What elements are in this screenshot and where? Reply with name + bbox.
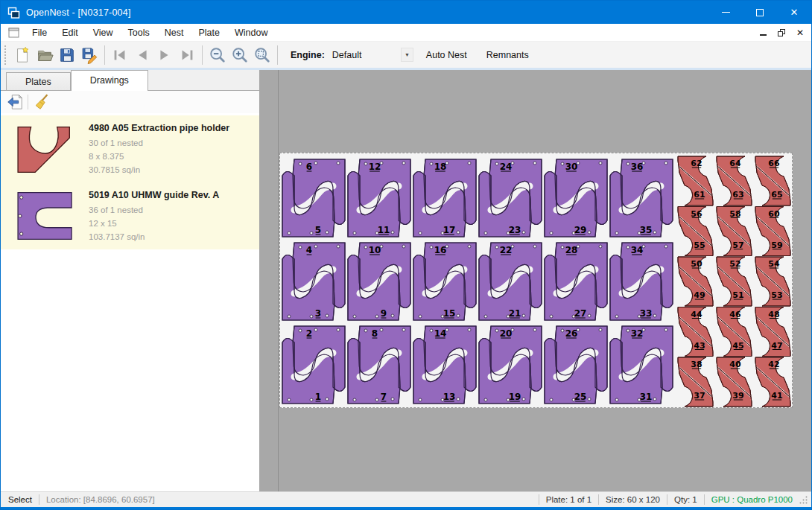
nested-part-pair-purple[interactable]: 1615 <box>413 243 476 320</box>
close-button[interactable]: ✕ <box>777 1 811 24</box>
maximize-icon <box>756 9 764 16</box>
svg-text:55: 55 <box>694 240 705 250</box>
nested-part-pair-red[interactable]: 5655 <box>678 207 713 256</box>
nested-part-pair-purple[interactable]: 65 <box>282 159 345 237</box>
plate-svg: 6512111817242330293635431091615222128273… <box>279 153 793 408</box>
nested-part-pair-red[interactable]: 6261 <box>678 156 713 205</box>
resize-grip[interactable] <box>799 495 808 505</box>
menu-window[interactable]: Window <box>227 25 275 40</box>
nested-part-pair-red[interactable]: 5251 <box>717 257 752 306</box>
red-part-thumbnail <box>13 123 78 176</box>
svg-text:36: 36 <box>631 162 644 172</box>
go-next-button[interactable] <box>153 44 176 66</box>
nested-part-pair-purple[interactable]: 43 <box>282 243 345 320</box>
svg-text:44: 44 <box>691 310 702 319</box>
nested-part-pair-red[interactable]: 6059 <box>755 207 790 256</box>
clean-button[interactable] <box>31 92 51 112</box>
mdi-restore-button[interactable] <box>778 29 785 36</box>
nested-part-pair-purple[interactable]: 87 <box>348 326 410 404</box>
svg-text:32: 32 <box>631 328 644 339</box>
nested-part-pair-purple[interactable]: 1211 <box>348 159 410 237</box>
nested-part-pair-red[interactable]: 6665 <box>755 156 790 205</box>
svg-text:43: 43 <box>694 341 705 351</box>
drawing-size: 8 x 8.375 <box>89 150 253 163</box>
nested-part-pair-purple[interactable]: 2625 <box>545 326 607 404</box>
nest-canvas[interactable]: 6512111817242330293635431091615222128273… <box>259 70 811 491</box>
save-button[interactable] <box>56 44 78 66</box>
zoom-out-button[interactable] <box>206 44 229 66</box>
tab-drawings[interactable]: Drawings <box>71 70 148 91</box>
status-plate: Plate: 1 of 1 <box>546 495 591 504</box>
engine-dropdown-arrow[interactable]: ▼ <box>401 48 413 62</box>
menu-plate[interactable]: Plate <box>191 25 227 40</box>
go-last-button[interactable] <box>176 44 198 66</box>
tab-plates[interactable]: Plates <box>6 72 71 90</box>
maximize-button[interactable] <box>743 1 777 24</box>
auto-nest-button[interactable]: Auto Nest <box>419 45 474 65</box>
nested-part-pair-purple[interactable]: 2827 <box>545 243 607 320</box>
nested-part-pair-red[interactable]: 4039 <box>717 357 752 407</box>
menu-edit[interactable]: Edit <box>54 25 86 40</box>
nested-part-pair-purple[interactable]: 3433 <box>610 243 673 320</box>
nested-part-pair-red[interactable]: 6463 <box>717 156 752 205</box>
svg-text:59: 59 <box>771 240 782 250</box>
drawing-item[interactable]: 5019 A10 UHMW guide Rev. A36 of 1 nested… <box>1 182 259 249</box>
nested-part-pair-red[interactable]: 4443 <box>678 307 713 357</box>
menu-file[interactable]: File <box>25 25 54 40</box>
go-first-icon <box>111 46 129 64</box>
remnants-button[interactable]: Remnants <box>480 45 536 65</box>
nested-part-pair-purple[interactable]: 3635 <box>610 159 673 237</box>
save-as-icon <box>80 46 98 64</box>
svg-text:1: 1 <box>315 392 321 402</box>
zoom-extents-button[interactable] <box>251 44 273 66</box>
zoom-out-icon <box>209 46 226 64</box>
svg-text:7: 7 <box>381 392 387 402</box>
minimize-button[interactable] <box>708 1 743 24</box>
menu-view[interactable]: View <box>86 25 121 40</box>
mdi-minimize-button[interactable] <box>760 34 767 36</box>
menu-items: FileEditViewToolsNestPlateWindow <box>25 25 275 40</box>
new-button[interactable] <box>11 44 34 66</box>
drawing-item[interactable]: 4980 A05 Extraction pipe holder30 of 1 n… <box>1 115 259 182</box>
nested-part-pair-purple[interactable]: 3231 <box>610 326 673 404</box>
nested-part-pair-red[interactable]: 5049 <box>678 257 713 306</box>
status-bar: Select Location: [84.8696, 60.6957] Plat… <box>1 491 811 507</box>
save-as-button[interactable] <box>78 44 101 66</box>
svg-text:46: 46 <box>729 310 741 319</box>
nested-part-pair-purple[interactable]: 21 <box>282 326 345 404</box>
nested-part-pair-purple[interactable]: 3029 <box>545 159 607 237</box>
clean-icon <box>33 93 51 111</box>
status-gpu: GPU : Quadro P1000 <box>711 495 793 504</box>
menu-tools[interactable]: Tools <box>121 25 157 40</box>
svg-text:51: 51 <box>732 290 743 300</box>
drawing-area: 103.7137 sq/in <box>89 230 253 243</box>
nested-part-pair-red[interactable]: 4645 <box>717 307 752 357</box>
toolbar-separator <box>277 45 278 65</box>
nested-part-pair-red[interactable]: 4847 <box>755 307 790 357</box>
svg-text:62: 62 <box>691 159 702 168</box>
nested-part-pair-purple[interactable]: 2019 <box>479 326 542 404</box>
nested-part-pair-purple[interactable]: 1413 <box>413 326 476 404</box>
nested-part-pair-red[interactable]: 5453 <box>755 257 790 306</box>
mdi-document-icon[interactable] <box>8 28 20 38</box>
import-drawing-button[interactable] <box>4 92 25 112</box>
go-first-button[interactable] <box>109 44 131 66</box>
go-previous-button[interactable] <box>131 44 153 66</box>
open-button[interactable] <box>34 44 56 66</box>
mdi-close-button[interactable]: ✕ <box>796 28 804 37</box>
nested-part-pair-purple[interactable]: 2221 <box>479 243 542 320</box>
toolbar-buttons <box>11 44 282 66</box>
plate[interactable]: 6512111817242330293635431091615222128273… <box>279 153 793 408</box>
zoom-in-button[interactable] <box>229 44 251 66</box>
title-bar: OpenNest - [N0317-004] ✕ <box>1 1 811 24</box>
menu-bar: FileEditViewToolsNestPlateWindow ✕ <box>1 24 811 42</box>
nested-part-pair-purple[interactable]: 2423 <box>479 159 542 237</box>
nested-part-pair-red[interactable]: 3837 <box>678 357 713 407</box>
menu-nest[interactable]: Nest <box>157 25 191 40</box>
engine-combobox[interactable]: Default <box>332 50 401 60</box>
nested-part-pair-red[interactable]: 5857 <box>717 207 752 256</box>
nested-part-pair-red[interactable]: 4241 <box>755 357 790 407</box>
nested-part-pair-purple[interactable]: 1817 <box>413 159 476 237</box>
drawing-title: 5019 A10 UHMW guide Rev. A <box>89 190 253 200</box>
nested-part-pair-purple[interactable]: 109 <box>348 243 410 320</box>
